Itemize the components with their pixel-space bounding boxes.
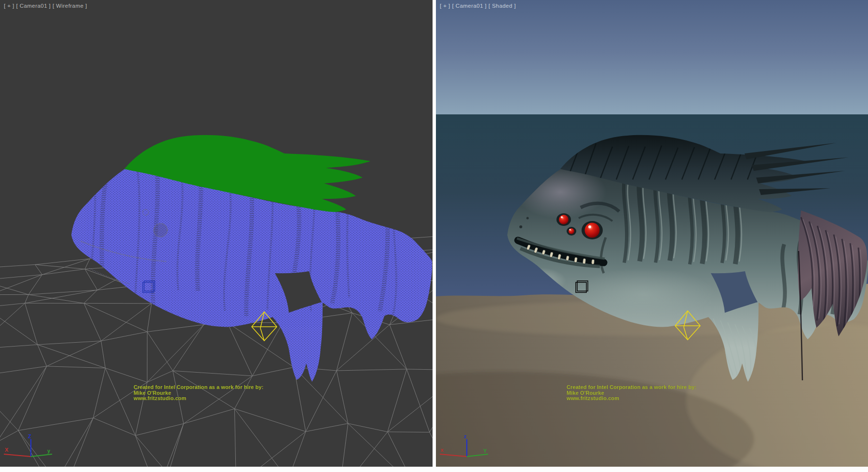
viewport-label-left[interactable]: [ + ] [ Camera01 ] [ Wireframe ]: [4, 3, 87, 9]
eye-small: [559, 215, 569, 224]
svg-text:Y: Y: [483, 448, 487, 454]
eye-large: [585, 223, 600, 238]
svg-text:x: x: [441, 447, 444, 453]
axis-tripod-right: x z Y: [437, 433, 495, 464]
fish-wireframe[interactable]: [71, 135, 432, 382]
viewport-wireframe[interactable]: [ + ] [ Camera01 ] [ Wireframe ] Created…: [0, 0, 433, 467]
svg-text:z: z: [464, 433, 467, 439]
viewport-shaded[interactable]: [ + ] [ Camera01 ] [ Shaded ] Created fo…: [436, 0, 868, 467]
axis-tripod-left: X Z y: [1, 433, 59, 464]
svg-text:y: y: [47, 448, 51, 454]
attribution-text-right: Created for Intel Corporation as a work …: [567, 385, 696, 402]
viewport-label-right[interactable]: [ + ] [ Camera01 ] [ Shaded ]: [440, 3, 516, 9]
attribution-text-left: Created for Intel Corporation as a work …: [134, 385, 263, 402]
dual-viewport-window: [ + ] [ Camera01 ] [ Wireframe ] Created…: [0, 0, 868, 472]
eye-third: [569, 228, 574, 234]
viewport-splitter[interactable]: [433, 0, 436, 472]
svg-text:X: X: [5, 447, 9, 453]
svg-text:Z: Z: [28, 433, 31, 439]
